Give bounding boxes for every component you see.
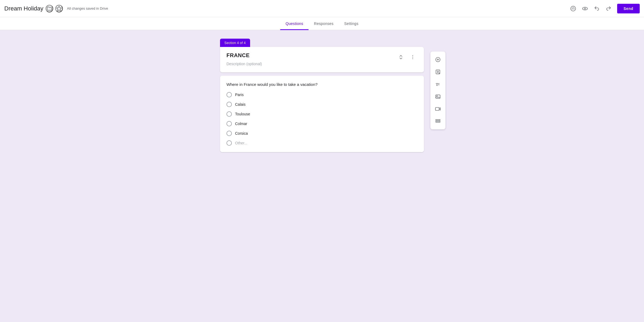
header-right: Send — [568, 3, 640, 14]
save-status: All changes saved in Drive — [67, 6, 108, 10]
option-label-other: Other... — [235, 141, 247, 145]
section-description[interactable]: Description (optional) — [226, 62, 262, 66]
send-button[interactable]: Send — [617, 4, 640, 13]
option-label-paris: Paris — [235, 93, 244, 97]
option-corsica[interactable]: Corsica — [226, 131, 418, 136]
option-label-calais: Calais — [235, 102, 246, 107]
header-left: Dream Holiday All changes saved in Drive — [4, 5, 568, 12]
radio-corsica — [226, 131, 232, 136]
section-title: FRANCE — [226, 52, 262, 58]
star-icon — [56, 6, 62, 12]
options-list: Paris Calais Toulouse Colmar — [226, 92, 418, 146]
svg-point-3 — [573, 7, 573, 8]
main-content: Section 4 of 4 FRANCE Description (optio… — [0, 30, 644, 322]
option-other[interactable]: Other... — [226, 140, 418, 146]
svg-marker-0 — [56, 6, 61, 10]
section-card-content: FRANCE Description (optional) — [226, 52, 262, 66]
question-text: Where in France would you like to take a… — [226, 82, 418, 87]
add-video-button[interactable] — [432, 103, 444, 115]
svg-point-9 — [412, 58, 413, 59]
option-label-colmar: Colmar — [235, 122, 247, 126]
option-toulouse[interactable]: Toulouse — [226, 111, 418, 117]
star-icon-button[interactable] — [55, 5, 63, 12]
add-question-button[interactable] — [432, 54, 444, 65]
tab-questions[interactable]: Questions — [280, 17, 309, 30]
svg-point-7 — [412, 55, 413, 56]
image-icon — [435, 94, 441, 100]
svg-point-8 — [412, 57, 413, 58]
radio-calais — [226, 102, 232, 107]
svg-point-15 — [437, 96, 437, 96]
tab-responses[interactable]: Responses — [309, 17, 339, 30]
option-label-corsica: Corsica — [235, 131, 248, 136]
collapse-button[interactable] — [396, 52, 406, 62]
svg-rect-14 — [436, 95, 440, 98]
more-options-section-button[interactable] — [408, 52, 418, 62]
radio-other — [226, 140, 232, 146]
question-card-inner: Where in France would you like to take a… — [220, 76, 424, 152]
video-icon — [435, 106, 441, 112]
section-icon — [435, 118, 441, 124]
svg-point-1 — [571, 6, 576, 11]
svg-point-6 — [584, 8, 586, 9]
import-question-button[interactable] — [432, 66, 444, 78]
add-section-button[interactable] — [432, 115, 444, 127]
nav-tabs: Questions Responses Settings — [0, 17, 644, 30]
tab-settings[interactable]: Settings — [339, 17, 364, 30]
radio-paris — [226, 92, 232, 97]
redo-button[interactable] — [603, 3, 614, 14]
redo-icon — [606, 6, 612, 12]
customize-theme-button[interactable] — [568, 3, 579, 14]
option-paris[interactable]: Paris — [226, 92, 418, 97]
radio-colmar — [226, 121, 232, 126]
folder-icon-button[interactable] — [46, 5, 53, 12]
svg-rect-17 — [436, 120, 440, 121]
section-card-inner: FRANCE Description (optional) — [220, 47, 424, 72]
svg-rect-18 — [436, 121, 440, 122]
option-calais[interactable]: Calais — [226, 102, 418, 107]
sidebar-toolbar: T T — [430, 52, 445, 129]
undo-button[interactable] — [591, 3, 602, 14]
svg-rect-16 — [436, 108, 439, 111]
section-badge: Section 4 of 4 — [220, 39, 250, 47]
text-format-icon: T T — [435, 81, 441, 87]
folder-icon — [46, 6, 52, 12]
app-title: Dream Holiday — [4, 5, 43, 12]
option-label-toulouse: Toulouse — [235, 112, 250, 116]
add-circle-icon — [435, 57, 441, 63]
eye-icon — [582, 6, 588, 12]
import-icon — [435, 69, 441, 75]
option-colmar[interactable]: Colmar — [226, 121, 418, 126]
collapse-icon — [398, 54, 404, 60]
svg-point-4 — [574, 8, 575, 8]
preview-button[interactable] — [580, 3, 590, 14]
more-vert-icon — [410, 54, 415, 60]
radio-toulouse — [226, 111, 232, 117]
svg-text:T: T — [438, 83, 440, 86]
add-title-button[interactable]: T T — [432, 78, 444, 90]
add-image-button[interactable] — [432, 91, 444, 103]
svg-point-2 — [572, 8, 573, 8]
svg-point-5 — [583, 7, 587, 10]
question-card: Where in France would you like to take a… — [220, 76, 424, 152]
section-card-actions — [396, 52, 418, 62]
section-header-card: FRANCE Description (optional) — [220, 47, 424, 72]
app-header: Dream Holiday All changes saved in Drive — [0, 0, 644, 17]
palette-icon — [570, 6, 576, 12]
form-area: Section 4 of 4 FRANCE Description (optio… — [220, 39, 424, 313]
undo-icon — [594, 6, 600, 12]
